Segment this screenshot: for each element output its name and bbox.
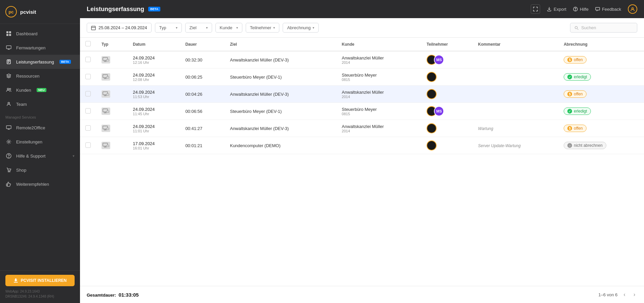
sidebar-item-leistungserfassung[interactable]: Leistungserfassung BETA — [0, 55, 80, 69]
feedback-button[interactable]: Feedback — [595, 7, 621, 12]
thumb-icon — [5, 181, 12, 187]
datum-value: 24.09.2024 — [133, 107, 174, 112]
table-footer: Gesamtdauer: 01:33:05 1–6 von 6 ‹ › — [80, 286, 644, 303]
kommentar-cell — [473, 51, 558, 69]
kunde-cell — [336, 137, 421, 154]
kunde-cell: Anwaltskanzlei Müller2014 — [336, 86, 421, 103]
row-checkbox-cell — [80, 86, 96, 103]
session-type-icon — [102, 142, 110, 149]
row-checkbox-cell — [80, 69, 96, 86]
table-row[interactable]: 17.09.2024 16:01 Uhr 00:01:21 Kundencomp… — [80, 137, 644, 154]
datum-value: 17.09.2024 — [133, 141, 174, 146]
teilnehmer-header: Teilnehmer — [421, 38, 473, 51]
sidebar-item-einstellungen[interactable]: Einstellungen — [0, 135, 80, 149]
gesamtdauer-label: Gesamtdauer: — [87, 293, 116, 298]
datum-header: Datum — [127, 38, 180, 51]
avatar — [427, 123, 437, 133]
ziel-filter[interactable]: Ziel ▾ — [185, 23, 212, 33]
row-checkbox[interactable] — [85, 74, 91, 79]
row-checkbox-cell — [80, 120, 96, 137]
sidebar-item-weiterempfehlen[interactable]: Weiterempfehlen — [0, 177, 80, 191]
kommentar-cell — [473, 69, 558, 86]
search-icon — [574, 26, 578, 30]
offen-dot-icon: $ — [567, 57, 572, 62]
table-header-row: Typ Datum Dauer Ziel Kunde Teilnehmer Ko… — [80, 38, 644, 51]
export-button[interactable]: Export — [547, 7, 566, 12]
expand-button[interactable] — [531, 4, 540, 14]
kunde-filter[interactable]: Kunde ▾ — [215, 23, 242, 33]
svg-point-7 — [9, 88, 11, 90]
abrechnung-cell: $ offen — [558, 86, 644, 103]
ziel-value: Anwaltskanzlei Müller (DEV-3) — [230, 92, 289, 97]
sidebar-label-dashboard: Dashboard — [16, 31, 38, 36]
abrechnung-filter[interactable]: Abrechnung ▾ — [283, 23, 319, 33]
ziel-cell: Anwaltskanzlei Müller (DEV-3) — [225, 51, 336, 69]
uhrzeit-value: 11:01 Uhr — [133, 129, 174, 133]
row-checkbox[interactable] — [85, 108, 91, 114]
sidebar-item-team[interactable]: Team — [0, 97, 80, 111]
sidebar-label-kunden: Kunden — [16, 88, 31, 93]
profile-avatar[interactable] — [628, 4, 637, 14]
sidebar-item-dashboard[interactable]: Dashboard — [0, 27, 80, 41]
svg-rect-2 — [6, 34, 8, 36]
sidebar-item-hilfe-support[interactable]: Hilfe & Support ▾ — [0, 149, 80, 163]
chevron-down-icon: ▾ — [273, 26, 275, 30]
ziel-cell: Anwaltskanzlei Müller (DEV-3) — [225, 86, 336, 103]
datum-cell: 24.09.2024 12:08 Uhr — [127, 69, 180, 86]
typ-filter[interactable]: Typ ▾ — [155, 23, 182, 33]
sidebar-item-shop[interactable]: Shop — [0, 163, 80, 177]
kommentar-value: Wartung — [478, 126, 493, 131]
date-range-filter[interactable]: 25.08.2024 – 24.09.2024 — [87, 23, 152, 33]
hilfe-button[interactable]: Hilfe — [573, 7, 589, 12]
select-all-checkbox[interactable] — [85, 41, 91, 46]
row-checkbox[interactable] — [85, 57, 91, 62]
sidebar-item-kunden[interactable]: Kunden NEU — [0, 83, 80, 97]
svg-rect-28 — [107, 94, 109, 95]
table-row[interactable]: 24.09.2024 12:16 Uhr 00:32:30 Anwaltskan… — [80, 51, 644, 69]
ziel-cell: Steuerbüro Meyer (DEV-1) — [225, 69, 336, 86]
prev-page-button[interactable]: ‹ — [621, 291, 627, 298]
status-badge: ✓ erledigt — [564, 73, 591, 81]
install-button[interactable]: PCVISIT INSTALLIEREN — [5, 275, 75, 286]
logo-icon: pc — [5, 6, 17, 17]
ziel-cell: Anwaltskanzlei Müller (DEV-3) — [225, 120, 336, 137]
new-badge: NEU — [37, 88, 46, 92]
typ-header: Typ — [96, 38, 127, 51]
uhrzeit-value: 16:01 Uhr — [133, 146, 174, 150]
table-row[interactable]: 24.09.2024 11:53 Uhr 00:04:26 Anwaltskan… — [80, 86, 644, 103]
teilnehmer-filter[interactable]: Teilnehmer ▾ — [246, 23, 280, 33]
page-title: Leistungserfassung — [87, 6, 144, 13]
header-left: Leistungserfassung BETA — [87, 6, 160, 13]
sidebar-item-ressourcen[interactable]: Ressourcen — [0, 69, 80, 83]
ziel-cell: Steuerbüro Meyer (DEV-1) — [225, 103, 336, 120]
pagination: 1–6 von 6 ‹ › — [598, 291, 637, 298]
gesamtdauer-area: Gesamtdauer: 01:33:05 — [87, 292, 139, 298]
session-type-icon — [102, 107, 110, 115]
table-row[interactable]: 24.09.2024 12:08 Uhr 00:06:25 Steuerbüro… — [80, 69, 644, 86]
dauer-value: 00:32:30 — [185, 57, 202, 62]
dauer-cell: 00:41:27 — [180, 120, 225, 137]
table-row[interactable]: 24.09.2024 11:45 Uhr 00:06:56 Steuerbüro… — [80, 103, 644, 120]
offen-dot-icon: $ — [567, 126, 572, 131]
sidebar-item-remote2office[interactable]: Remote2Office — [0, 121, 80, 135]
search-input[interactable] — [581, 25, 633, 30]
select-all-header — [80, 38, 96, 51]
monitor-icon — [5, 44, 12, 51]
next-page-button[interactable]: › — [632, 291, 637, 298]
row-checkbox[interactable] — [85, 142, 91, 148]
sidebar-label-leistungserfassung: Leistungserfassung — [16, 59, 54, 64]
sidebar-item-fernwartungen[interactable]: Fernwartungen — [0, 41, 80, 55]
svg-rect-30 — [107, 111, 109, 113]
kunde-cell: Steuerbüro Meyer0815 — [336, 69, 421, 86]
row-checkbox[interactable] — [85, 91, 91, 96]
svg-point-10 — [8, 141, 10, 143]
kunde-cell: Anwaltskanzlei Müller2014 — [336, 51, 421, 69]
erledigt-dot-icon: ✓ — [567, 109, 572, 114]
teilnehmer-cell — [421, 120, 473, 137]
sidebar-label-remote2office: Remote2Office — [16, 125, 45, 130]
session-type-icon — [102, 56, 110, 63]
sidebar-label-hilfe-support: Hilfe & Support — [16, 154, 45, 159]
row-checkbox[interactable] — [85, 125, 91, 131]
table-row[interactable]: 24.09.2024 11:01 Uhr 00:41:27 Anwaltskan… — [80, 120, 644, 137]
sidebar-label-einstellungen: Einstellungen — [16, 139, 42, 144]
